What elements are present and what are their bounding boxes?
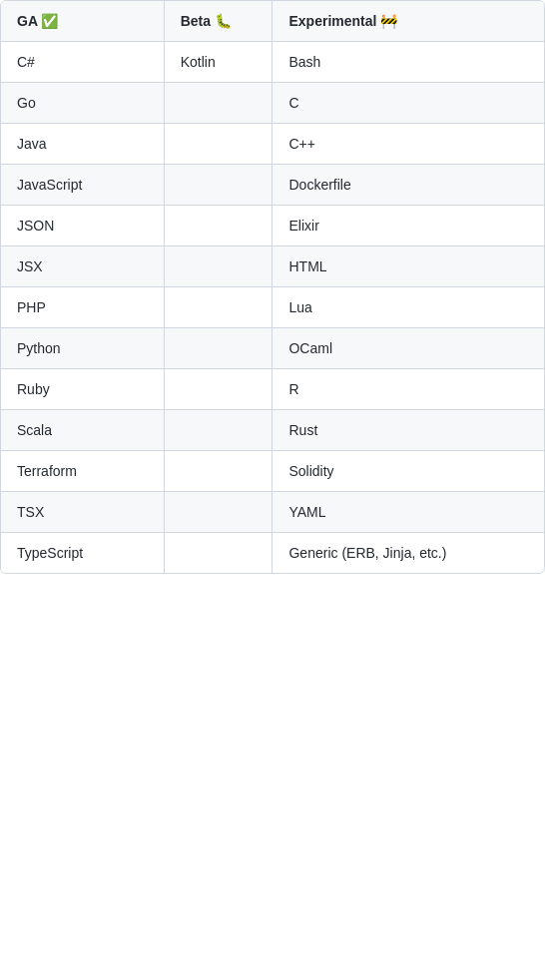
cell-ga: TSX (1, 492, 164, 533)
cell-ga: Java (1, 124, 164, 165)
cell-experimental: C++ (272, 124, 544, 165)
cell-ga: Terraform (1, 451, 164, 492)
language-support-table: GA ✅ Beta 🐛 Experimental 🚧 C#KotlinBashG… (0, 0, 545, 574)
cell-experimental: Solidity (272, 451, 544, 492)
cell-experimental: Bash (272, 42, 544, 83)
cell-beta (164, 451, 272, 492)
table-row: C#KotlinBash (1, 42, 544, 83)
table-row: PythonOCaml (1, 328, 544, 369)
cell-ga: Python (1, 328, 164, 369)
table-row: TerraformSolidity (1, 451, 544, 492)
table-header-row: GA ✅ Beta 🐛 Experimental 🚧 (1, 1, 544, 42)
cell-experimental: R (272, 369, 544, 410)
cell-beta (164, 124, 272, 165)
cell-beta (164, 206, 272, 246)
cell-experimental: HTML (272, 246, 544, 287)
cell-experimental: Generic (ERB, Jinja, etc.) (272, 533, 544, 574)
cell-beta: Kotlin (164, 42, 272, 83)
cell-experimental: Elixir (272, 206, 544, 246)
cell-experimental: Lua (272, 287, 544, 328)
cell-beta (164, 165, 272, 206)
cell-ga: JSON (1, 206, 164, 246)
cell-ga: Scala (1, 410, 164, 451)
cell-experimental: Rust (272, 410, 544, 451)
cell-beta (164, 287, 272, 328)
table-row: JavaC++ (1, 124, 544, 165)
cell-ga: PHP (1, 287, 164, 328)
header-ga: GA ✅ (1, 1, 164, 42)
header-experimental: Experimental 🚧 (272, 1, 544, 42)
cell-beta (164, 83, 272, 124)
cell-ga: Go (1, 83, 164, 124)
header-beta: Beta 🐛 (164, 1, 272, 42)
cell-ga: TypeScript (1, 533, 164, 574)
cell-beta (164, 328, 272, 369)
cell-experimental: Dockerfile (272, 165, 544, 206)
cell-ga: JSX (1, 246, 164, 287)
table-row: TSXYAML (1, 492, 544, 533)
table-row: ScalaRust (1, 410, 544, 451)
cell-beta (164, 410, 272, 451)
table-row: GoC (1, 83, 544, 124)
table-row: PHPLua (1, 287, 544, 328)
cell-beta (164, 533, 272, 574)
table-row: JavaScriptDockerfile (1, 165, 544, 206)
cell-experimental: OCaml (272, 328, 544, 369)
table-row: JSONElixir (1, 206, 544, 246)
table-row: JSXHTML (1, 246, 544, 287)
cell-ga: Ruby (1, 369, 164, 410)
cell-experimental: YAML (272, 492, 544, 533)
cell-ga: C# (1, 42, 164, 83)
cell-beta (164, 246, 272, 287)
cell-ga: JavaScript (1, 165, 164, 206)
cell-beta (164, 492, 272, 533)
cell-experimental: C (272, 83, 544, 124)
cell-beta (164, 369, 272, 410)
table-row: TypeScriptGeneric (ERB, Jinja, etc.) (1, 533, 544, 574)
table-row: RubyR (1, 369, 544, 410)
